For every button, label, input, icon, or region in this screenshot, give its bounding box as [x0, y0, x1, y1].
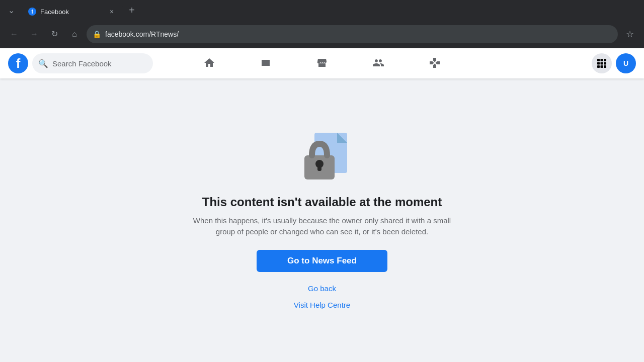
- svg-rect-13: [317, 164, 321, 171]
- lock-illustration: [292, 128, 352, 183]
- home-button[interactable]: ⌂: [66, 26, 83, 42]
- svg-rect-1: [601, 59, 603, 61]
- reload-button[interactable]: ↻: [46, 26, 62, 42]
- search-bar[interactable]: 🔍 Search Facebook: [32, 53, 153, 73]
- tab-close-button[interactable]: ×: [107, 7, 117, 17]
- svg-rect-7: [601, 65, 603, 68]
- error-container: This content isn't available at the mome…: [191, 128, 453, 313]
- video-nav-button[interactable]: [237, 49, 294, 77]
- main-content: This content isn't available at the mome…: [0, 78, 644, 362]
- video-icon: [260, 57, 272, 69]
- home-icon: [203, 57, 215, 69]
- nav-center: [181, 49, 463, 77]
- active-tab[interactable]: f Facebook ×: [22, 3, 123, 20]
- gaming-icon: [429, 57, 441, 69]
- address-bar: ← → ↻ ⌂ 🔒 facebook.com/RTnews/ ☆: [0, 20, 644, 48]
- go-to-news-feed-button[interactable]: Go to News Feed: [257, 250, 387, 272]
- svg-rect-5: [604, 62, 606, 65]
- facebook-logo[interactable]: f: [8, 53, 28, 73]
- tab-favicon: f: [28, 8, 36, 16]
- grid-icon: [597, 58, 607, 68]
- go-back-link[interactable]: Go back: [304, 280, 340, 297]
- menu-button[interactable]: [592, 53, 612, 73]
- tab-list-button[interactable]: ⌄: [4, 3, 18, 17]
- error-description: When this happens, it's usually because …: [191, 215, 453, 238]
- security-icon: 🔒: [93, 30, 101, 38]
- url-bar[interactable]: 🔒 facebook.com/RTnews/: [87, 25, 618, 43]
- url-text: facebook.com/RTnews/: [105, 30, 179, 38]
- facebook-app: f 🔍 Search Facebook: [0, 48, 644, 362]
- tab-title: Facebook: [40, 8, 103, 16]
- svg-rect-0: [597, 59, 600, 61]
- search-placeholder: Search Facebook: [52, 59, 112, 68]
- nav-right: U: [592, 53, 636, 73]
- gaming-nav-button[interactable]: [407, 49, 463, 77]
- svg-rect-3: [597, 62, 600, 65]
- marketplace-nav-button[interactable]: [294, 49, 350, 77]
- marketplace-icon: [316, 57, 328, 69]
- home-nav-button[interactable]: [181, 49, 237, 77]
- tab-controls: ⌄: [4, 3, 18, 17]
- browser-window: ⌄ f Facebook × + ← → ↻ ⌂ 🔒 facebook.com/…: [0, 0, 644, 362]
- svg-rect-8: [604, 65, 606, 68]
- search-icon: 🔍: [38, 59, 48, 68]
- groups-nav-button[interactable]: [350, 49, 407, 77]
- bookmark-button[interactable]: ☆: [622, 26, 638, 42]
- back-button[interactable]: ←: [6, 26, 22, 42]
- facebook-navbar: f 🔍 Search Facebook: [0, 48, 644, 78]
- visit-help-centre-link[interactable]: Visit Help Centre: [290, 297, 354, 313]
- groups-icon: [372, 57, 384, 69]
- avatar[interactable]: U: [616, 53, 636, 73]
- new-tab-button[interactable]: +: [125, 3, 139, 17]
- svg-rect-2: [604, 59, 606, 61]
- svg-rect-4: [601, 62, 603, 65]
- tab-bar: ⌄ f Facebook × +: [0, 0, 644, 20]
- svg-rect-6: [597, 65, 600, 68]
- forward-button[interactable]: →: [26, 26, 42, 42]
- error-title: This content isn't available at the mome…: [202, 195, 442, 209]
